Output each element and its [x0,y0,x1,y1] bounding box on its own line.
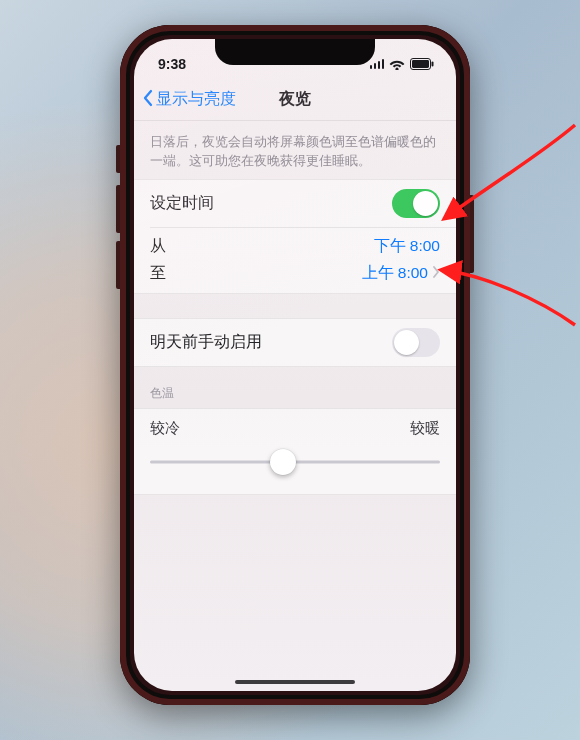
back-button[interactable]: 显示与亮度 [142,79,236,120]
chevron-left-icon [142,89,156,111]
navbar: 显示与亮度 夜览 [134,79,456,121]
schedule-group: 设定时间 从 至 下午 8:00 上午 8:0 [134,179,456,294]
from-label: 从 [150,236,166,257]
back-label: 显示与亮度 [156,89,236,110]
wifi-icon [389,58,405,70]
manual-group: 明天前手动启用 [134,318,456,367]
manual-toggle-label: 明天前手动启用 [150,332,262,353]
slider-cold-label: 较冷 [150,419,180,438]
home-indicator[interactable] [235,680,355,684]
slider-warm-label: 较暖 [410,419,440,438]
status-time: 9:38 [158,56,186,72]
svg-rect-0 [411,59,431,70]
schedule-toggle-row[interactable]: 设定时间 [134,180,456,227]
temperature-group: 较冷 较暖 [134,408,456,495]
screen: 9:38 显示与亮度 夜览 日落后，夜览会自动将屏幕颜色调 [134,39,456,691]
schedule-time-row[interactable]: 从 至 下午 8:00 上午 8:00 [134,227,456,293]
notch [215,39,375,65]
chevron-right-icon [432,264,440,282]
battery-icon [410,58,434,70]
description-text: 日落后，夜览会自动将屏幕颜色调至色谱偏暖色的一端。这可助您在夜晚获得更佳睡眠。 [134,121,456,179]
schedule-toggle-switch[interactable] [392,189,440,218]
schedule-toggle-label: 设定时间 [150,193,214,214]
status-bar: 9:38 [134,39,456,79]
from-value: 下午 8:00 [374,236,440,257]
svg-rect-2 [432,62,434,67]
to-value: 上午 8:00 [362,263,428,284]
temperature-slider[interactable] [150,448,440,476]
signal-icon [370,59,385,69]
phone-frame: 9:38 显示与亮度 夜览 日落后，夜览会自动将屏幕颜色调 [120,25,470,705]
manual-toggle-row[interactable]: 明天前手动启用 [134,319,456,366]
page-title: 夜览 [279,89,311,110]
temperature-section-header: 色温 [134,367,456,408]
manual-toggle-switch[interactable] [392,328,440,357]
to-label: 至 [150,263,166,284]
svg-rect-1 [412,60,429,68]
